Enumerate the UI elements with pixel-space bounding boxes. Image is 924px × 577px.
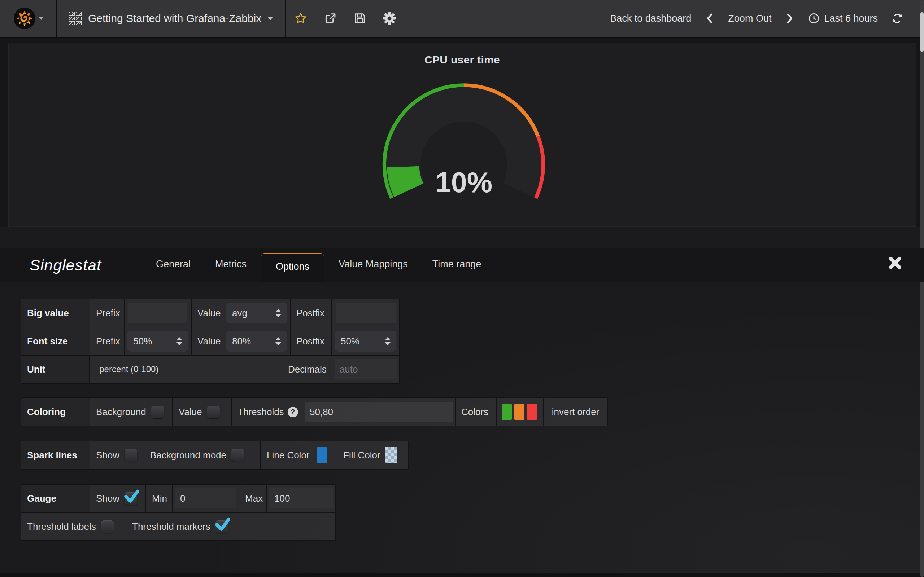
value-options-table: Big value Prefix Value avg Postfix Font …: [21, 298, 400, 384]
coloring-background-label: Background: [96, 406, 146, 417]
save-icon: [353, 12, 366, 25]
big-value-label: Big value: [27, 308, 69, 319]
star-dashboard-button[interactable]: [286, 0, 315, 37]
clock-icon: [808, 13, 820, 24]
refresh-button[interactable]: [887, 13, 908, 24]
time-shift-left-button[interactable]: [701, 13, 719, 24]
share-dashboard-button[interactable]: [315, 0, 345, 37]
main-menu-button[interactable]: [0, 0, 57, 37]
line-color-label: Line Color: [267, 450, 310, 461]
sparklines-table: Spark lines Show Background mode Line Co…: [21, 441, 409, 469]
dashboard-title-menu[interactable]: Getting Started with Grafana-Zabbix: [57, 0, 286, 37]
font-size-row: Font size Prefix 50% Value 80% Postfix 5…: [21, 327, 399, 356]
thresholds-help-icon[interactable]: ?: [288, 407, 298, 417]
gauge-label: Gauge: [27, 493, 56, 504]
dashboard-grid-icon: [69, 12, 82, 25]
threshold-color-1-swatch[interactable]: [502, 404, 512, 420]
thresholds-label: Thresholds: [237, 406, 284, 417]
sparklines-show-checkbox[interactable]: [124, 449, 137, 462]
coloring-row: Coloring Background Value Thresholds? Co…: [21, 398, 607, 425]
prefix-fontsize-select[interactable]: 50%: [128, 331, 188, 351]
line-color-swatch[interactable]: [317, 447, 327, 463]
sparklines-row: Spark lines Show Background mode Line Co…: [21, 442, 408, 469]
threshold-labels-checkbox[interactable]: [101, 521, 114, 533]
value-stat-select[interactable]: avg: [226, 303, 287, 324]
postfix-label: Postfix: [296, 336, 325, 347]
tab-metrics[interactable]: Metrics: [203, 248, 259, 282]
grafana-logo-icon: [13, 7, 36, 30]
time-shift-right-button[interactable]: [781, 13, 799, 24]
navbar-right-controls: Back to dashboard Zoom Out Last 6 hours: [606, 0, 924, 37]
refresh-icon: [892, 13, 903, 24]
tab-value-mappings[interactable]: Value Mappings: [326, 248, 420, 282]
value-fontsize-select[interactable]: 80%: [226, 331, 287, 351]
coloring-value-label: Value: [179, 406, 202, 417]
gauge-show-label: Show: [96, 493, 120, 504]
big-value-postfix-input[interactable]: [336, 303, 396, 323]
sparklines-show-label: Show: [96, 450, 120, 461]
value-stat-selected: avg: [232, 308, 247, 319]
coloring-background-checkbox[interactable]: [151, 406, 164, 418]
big-value-prefix-input[interactable]: [128, 303, 187, 323]
big-value-row: Big value Prefix Value avg Postfix: [21, 299, 399, 327]
tab-time-range[interactable]: Time range: [420, 248, 494, 282]
scrollbar-thumb[interactable]: [921, 12, 924, 52]
unit-picker-link[interactable]: percent (0-100): [99, 364, 158, 374]
tab-general[interactable]: General: [144, 248, 203, 282]
prefix-label: Prefix: [96, 308, 120, 319]
panel-type-title: Singlestat: [30, 248, 102, 282]
panel-editor: Singlestat General Metrics Options Value…: [0, 227, 924, 574]
settings-button[interactable]: [375, 0, 404, 37]
gauge-row: Gauge Show Min Max: [21, 485, 335, 513]
share-icon: [324, 12, 337, 25]
prefix-label: Prefix: [96, 336, 120, 347]
coloring-label: Coloring: [27, 406, 66, 417]
time-range-label: Last 6 hours: [824, 13, 878, 24]
save-dashboard-button[interactable]: [345, 0, 375, 37]
editor-tabs: General Metrics Options Value Mappings T…: [144, 248, 493, 282]
check-icon: [124, 488, 140, 503]
threshold-labels-label: Threshold labels: [27, 521, 96, 532]
postfix-fontsize-select[interactable]: 50%: [335, 331, 396, 351]
close-editor-button[interactable]: [888, 256, 901, 269]
max-label: Max: [245, 493, 263, 504]
threshold-color-2-swatch[interactable]: [514, 404, 525, 420]
decimals-input[interactable]: [334, 359, 397, 379]
gauge-max-input[interactable]: [269, 488, 333, 508]
unit-label: Unit: [27, 364, 45, 375]
coloring-value-checkbox[interactable]: [207, 406, 220, 418]
close-icon: [888, 256, 901, 269]
singlestat-panel: CPU user time 10%: [8, 43, 916, 227]
gauge-show-checkbox[interactable]: [124, 492, 137, 505]
title-dropdown-caret-icon: [268, 17, 273, 20]
threshold-markers-label: Threshold markers: [132, 521, 210, 532]
dashboard-title: Getting Started with Grafana-Zabbix: [88, 12, 261, 24]
value-fontsize-selected: 80%: [232, 336, 251, 347]
check-icon: [215, 517, 231, 531]
fill-color-swatch[interactable]: [386, 447, 397, 463]
scrollbar-track[interactable]: [921, 0, 924, 577]
threshold-markers-checkbox[interactable]: [215, 521, 228, 533]
select-spinner-icon: [275, 309, 281, 318]
logo-dropdown-caret-icon: [39, 17, 43, 20]
zoom-out-button[interactable]: Zoom Out: [724, 13, 775, 24]
chevron-right-icon: [785, 13, 795, 24]
cpu-gauge: 10%: [366, 77, 561, 205]
thresholds-input[interactable]: [305, 402, 452, 422]
background-mode-checkbox[interactable]: [231, 449, 244, 462]
tab-options[interactable]: Options: [261, 253, 324, 282]
grafana-app: Getting Started with Grafana-Zabbix: [0, 0, 924, 577]
postfix-label: Postfix: [296, 308, 325, 319]
time-picker-button[interactable]: Last 6 hours: [804, 13, 882, 24]
threshold-color-3-swatch[interactable]: [527, 404, 537, 420]
select-spinner-icon: [275, 337, 281, 345]
back-to-dashboard-button[interactable]: Back to dashboard: [606, 13, 696, 24]
fill-color-label: Fill Color: [343, 450, 380, 461]
chevron-left-icon: [705, 13, 714, 24]
colors-label: Colors: [461, 406, 488, 417]
panel-title[interactable]: CPU user time: [9, 54, 916, 66]
min-label: Min: [152, 493, 167, 504]
invert-order-link[interactable]: invert order: [552, 406, 599, 417]
gauge-min-input[interactable]: [175, 488, 236, 508]
top-navbar: Getting Started with Grafana-Zabbix: [0, 0, 924, 37]
